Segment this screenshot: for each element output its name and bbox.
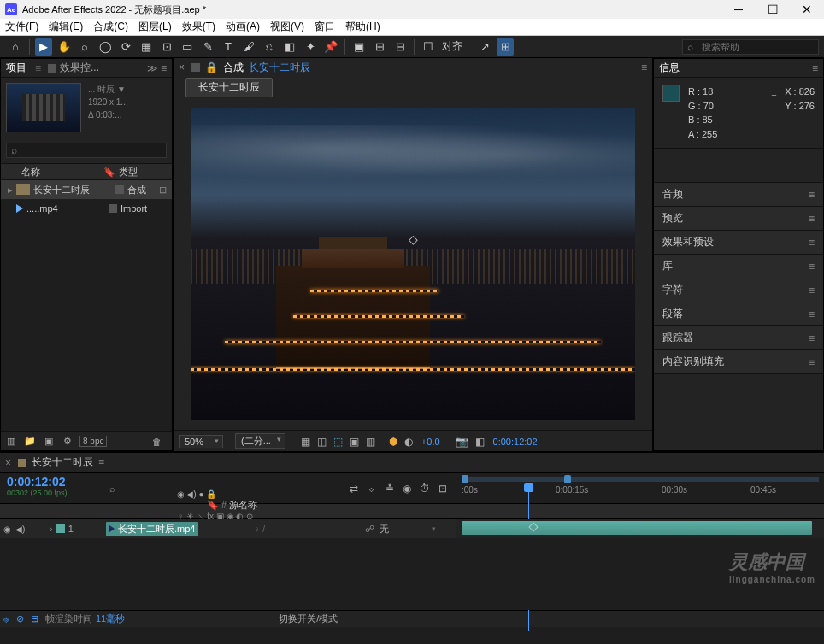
panel-effects-presets[interactable]: 效果和预设≡ (654, 231, 823, 254)
hand-tool-icon[interactable]: ✋ (56, 38, 73, 56)
type-tool-icon[interactable]: T (220, 38, 237, 56)
layer-clip-bar[interactable] (462, 521, 812, 535)
rotate-tool-icon[interactable]: ⟳ (117, 38, 134, 56)
timeline-close-icon[interactable]: × (5, 457, 11, 469)
menu-file[interactable]: 文件(F) (5, 20, 38, 34)
project-search-input[interactable] (6, 143, 167, 158)
menu-view[interactable]: 视图(V) (270, 20, 304, 34)
tl-footer-icon-3[interactable]: ⊟ (31, 613, 38, 624)
panel-paragraph[interactable]: 段落≡ (654, 302, 823, 325)
show-snapshot-icon[interactable]: ◧ (475, 436, 485, 448)
home-icon[interactable]: ⌂ (7, 38, 24, 56)
audio-icon[interactable]: ◀) (15, 524, 26, 534)
selection-tool-icon[interactable]: ▶ (35, 38, 52, 56)
interpret-icon[interactable]: ▥ (4, 435, 18, 448)
zoom-dropdown[interactable]: 50% (179, 435, 223, 448)
col-name[interactable]: 名称 (21, 166, 103, 179)
menu-composition[interactable]: 合成(C) (93, 20, 128, 34)
transparency-grid-icon[interactable]: ▦ (301, 436, 310, 448)
channel-icon[interactable]: ▥ (366, 436, 375, 448)
exposure-icon[interactable]: ◐ (404, 436, 413, 448)
lock-icon[interactable]: 🔒 (205, 61, 218, 73)
menu-edit[interactable]: 编辑(E) (49, 20, 83, 34)
visibility-icon[interactable]: ◉ (3, 524, 14, 534)
menu-effect[interactable]: 效果(T) (182, 20, 215, 34)
layer-expand-icon[interactable]: › (50, 524, 53, 534)
camera-tool-icon[interactable]: ▦ (138, 38, 155, 56)
timeline-timecode[interactable]: 0:00:12:02 (7, 475, 103, 489)
comp-tab[interactable]: 长安十二时辰 (185, 78, 273, 97)
exposure-value[interactable]: +0.0 (421, 436, 440, 447)
work-area-bar[interactable] (462, 477, 819, 482)
panel-character[interactable]: 字符≡ (654, 278, 823, 302)
tab-info[interactable]: 信息 (659, 61, 680, 75)
bpc-display[interactable]: 8 bpc (79, 436, 107, 447)
work-area-end-handle[interactable] (564, 475, 571, 483)
tab-project[interactable]: 项目 (6, 61, 26, 75)
panel-audio[interactable]: 音频≡ (654, 183, 823, 206)
menu-window[interactable]: 窗口 (315, 20, 335, 34)
project-item-composition[interactable]: ▸ 长安十二时辰 合成 ⊡ (1, 180, 172, 199)
orbit-tool-icon[interactable]: ◯ (97, 38, 114, 56)
clone-tool-icon[interactable]: ⎌ (261, 38, 278, 56)
rectangle-tool-icon[interactable]: ▭ (179, 38, 196, 56)
region-icon[interactable]: ⬚ (333, 436, 343, 448)
layer-name[interactable]: 长安十二时辰.mp4 (106, 522, 198, 536)
minimize-button[interactable]: ─ (721, 0, 756, 19)
comp-panel-menu-icon[interactable]: ≡ (641, 61, 647, 73)
close-tab-icon[interactable]: × (179, 61, 185, 73)
col-type[interactable]: 类型 (119, 166, 138, 179)
layer-parent-value[interactable]: 无 (380, 523, 389, 536)
composition-viewer[interactable] (174, 97, 652, 430)
close-button[interactable]: ✕ (790, 0, 824, 19)
brush-tool-icon[interactable]: 🖌 (240, 38, 257, 56)
tab-effect-controls[interactable]: 效果控... (60, 61, 99, 75)
viewer-timecode[interactable]: 0:00:12:02 (493, 436, 538, 447)
panel-content-aware[interactable]: 内容识别填充≡ (654, 350, 823, 373)
project-item-footage[interactable]: .....mp4 Import (1, 199, 172, 218)
grid-icon[interactable]: ⊞ (497, 38, 514, 56)
toggle-switches-label[interactable]: 切换开关/模式 (279, 612, 338, 625)
snapshot-icon[interactable]: 📷 (456, 436, 468, 448)
resolution-dropdown[interactable]: (二分... (235, 433, 285, 449)
panel-menu-icon[interactable]: ≫ ≡ (147, 62, 167, 74)
tl-footer-icon-1[interactable]: ⎆ (3, 614, 9, 624)
panel-preview[interactable]: 预览≡ (654, 207, 823, 230)
eraser-tool-icon[interactable]: ◧ (281, 38, 298, 56)
project-thumbnail[interactable] (6, 83, 81, 132)
pen-tool-icon[interactable]: ✎ (199, 38, 216, 56)
trash-icon[interactable]: 🗑 (150, 435, 163, 448)
toolset3-icon[interactable]: ⊟ (391, 38, 409, 56)
menu-animation[interactable]: 动画(A) (226, 20, 260, 34)
col-source-name[interactable]: 源名称 (229, 500, 257, 510)
color-mgmt-icon[interactable]: ⬢ (389, 436, 397, 448)
pan-behind-tool-icon[interactable]: ⊡ (158, 38, 175, 56)
menu-layer[interactable]: 图层(L) (138, 20, 172, 34)
new-folder-icon[interactable]: 📁 (23, 435, 37, 448)
time-ruler[interactable]: :00s 0:00:15s 00:30s 00:45s (456, 485, 824, 502)
settings-icon[interactable]: ⚙ (61, 435, 74, 448)
layer-modes[interactable]: ♀ / (250, 524, 362, 534)
toolset-icon[interactable]: ▣ (350, 38, 368, 56)
snap-icon[interactable]: ☐ (420, 38, 437, 56)
mask-icon[interactable]: ◫ (317, 436, 327, 448)
puppet-tool-icon[interactable]: 📌 (322, 38, 339, 56)
tl-footer-icon-2[interactable]: ⊘ (16, 613, 24, 624)
preview-icon[interactable]: ↗ (476, 38, 493, 56)
align-label[interactable]: 对齐 (442, 39, 462, 54)
timeline-layer-row[interactable]: ◉ ◀) › 1 长安十二时辰.mp4 ♀ / ☍ 无 (0, 519, 824, 538)
roto-tool-icon[interactable]: ✦ (302, 38, 319, 56)
new-comp-icon[interactable]: ▣ (42, 435, 56, 448)
layer-color-icon[interactable] (56, 524, 65, 533)
pickwhip-icon[interactable]: ☍ (365, 524, 374, 535)
toolset2-icon[interactable]: ⊞ (371, 38, 388, 56)
help-search-input[interactable] (682, 39, 819, 55)
info-panel-menu-icon[interactable]: ≡ (812, 62, 818, 74)
panel-tracker[interactable]: 跟踪器≡ (654, 326, 823, 349)
menu-help[interactable]: 帮助(H) (345, 20, 380, 34)
panel-libraries[interactable]: 库≡ (654, 255, 823, 278)
comp-name-label[interactable]: 长安十二时辰 (249, 61, 310, 75)
maximize-button[interactable]: ☐ (756, 0, 790, 19)
timeline-tab[interactable]: 长安十二时辰 (32, 455, 93, 470)
work-area-start-handle[interactable] (462, 475, 468, 483)
